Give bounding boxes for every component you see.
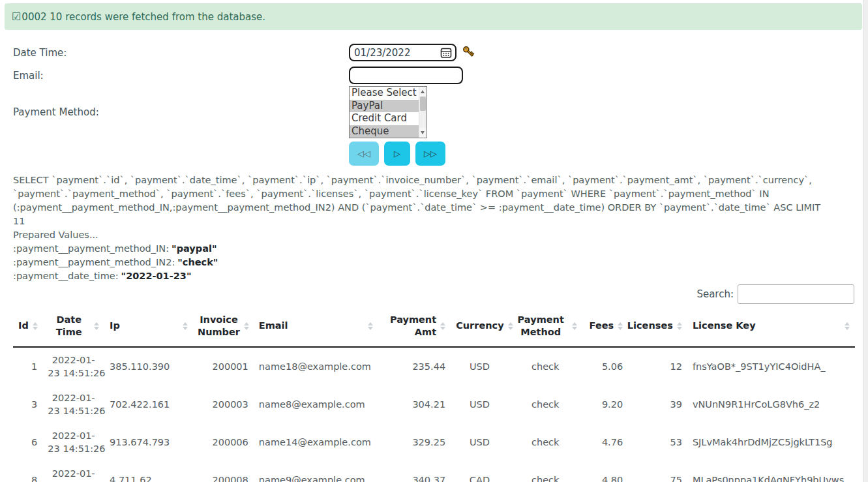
alert-text: 0002 10 records were fetched from the da… (22, 11, 265, 23)
sql-block: SELECT `payment`.`id`, `payment`.`date_t… (13, 173, 828, 283)
column-header-licenses[interactable]: Licenses (628, 310, 687, 347)
cell-licenses: 39 (628, 385, 687, 423)
key-icon[interactable] (461, 45, 475, 61)
prepared-value-3: :payment__date_time:"2022-01-23" (13, 269, 828, 283)
option-paypal[interactable]: PayPal (350, 100, 419, 113)
cell-licenses: 75 (628, 461, 687, 482)
cell-date-time: 2022-01-23 14:51:26 (42, 385, 104, 423)
column-header-currency[interactable]: Currency (451, 310, 509, 347)
sort-icon (244, 322, 249, 330)
scroll-up-icon[interactable] (419, 87, 427, 97)
prepared-values-title: Prepared Values... (13, 228, 828, 242)
cell-id: 8 (13, 461, 42, 482)
column-header-invoice-number[interactable]: Invoice Number (193, 310, 254, 347)
cell-fees: 5.06 (582, 347, 629, 385)
email-row: Email: (0, 67, 868, 84)
cell-license-key: fnsYaOB*_9ST1yYIC4OidHA_ (687, 347, 855, 385)
cell-invoice-number: 200001 (193, 347, 254, 385)
sort-icon (677, 322, 682, 330)
cell-email: name18@example.com (254, 347, 378, 385)
cell-licenses: 12 (628, 347, 687, 385)
option-credit-card[interactable]: Credit Card (350, 112, 419, 125)
column-header-fees[interactable]: Fees (582, 310, 629, 347)
table-row: 1 2022-01-23 14:51:26 385.110.390 200001… (13, 347, 855, 385)
cell-email: name14@example.com (254, 423, 378, 461)
cell-date-time: 2022-01-23 14:51:26 (42, 423, 104, 461)
cell-payment-amt: 329.25 (378, 423, 451, 461)
cell-currency: USD (451, 423, 509, 461)
sort-icon (368, 322, 373, 330)
last-page-button[interactable]: ▷▷ (415, 142, 445, 166)
column-header-date-time[interactable]: Date Time (42, 310, 104, 347)
cell-payment-method: check (509, 461, 582, 482)
prepared-value-1: :payment__payment_method_IN:"paypal" (13, 242, 828, 256)
cell-payment-amt: 304.21 (378, 385, 451, 423)
sort-icon (440, 322, 445, 330)
cell-invoice-number: 200008 (193, 461, 254, 482)
cell-payment-method: check (509, 423, 582, 461)
page-scrollbar[interactable] (863, 0, 868, 482)
sql-query-text: SELECT `payment`.`id`, `payment`.`date_t… (13, 173, 828, 228)
cell-license-key: MLaPs0nppa1KdAqNFYh9bUvws (687, 461, 855, 482)
date-input[interactable] (350, 45, 455, 60)
pagination: ◁◁ ▷ ▷▷ (349, 142, 868, 166)
column-header-id[interactable]: Id (13, 310, 42, 347)
cell-license-key: vNUnN9R1HrCoLG8Vh6_z2 (687, 385, 855, 423)
cell-license-key: SJLvMak4hrDdMjZC5jgkLT1Sg (687, 423, 855, 461)
date-time-row: Date Time: (0, 44, 868, 61)
checkbox-icon: ☑ (12, 10, 21, 23)
email-label: Email: (0, 70, 349, 82)
cell-date-time: 2022-01-23 14:51:26 (42, 347, 104, 385)
column-header-ip[interactable]: Ip (104, 310, 193, 347)
cell-currency: USD (451, 347, 509, 385)
calendar-icon[interactable] (440, 47, 452, 59)
search-row: Search: (0, 284, 854, 304)
alert-banner: ☑ 0002 10 records were fetched from the … (5, 3, 862, 30)
cell-id: 6 (13, 423, 42, 461)
column-header-payment-amt[interactable]: Payment Amt (378, 310, 451, 347)
table-row: 8 2022-01-23 14:51:26 4.711.62 200008 na… (13, 461, 855, 482)
sort-icon (845, 322, 850, 330)
next-page-button[interactable]: ▷ (384, 142, 410, 166)
prepared-value-2: :payment__payment_method_IN2:"check" (13, 256, 828, 269)
sort-icon (94, 322, 99, 330)
sort-icon (618, 322, 623, 330)
table-row: 6 2022-01-23 14:51:26 913.674.793 200006… (13, 423, 855, 461)
cell-payment-method: check (509, 347, 582, 385)
email-input[interactable] (350, 68, 462, 83)
column-header-license-key[interactable]: License Key (687, 310, 855, 347)
payment-method-row: Payment Method: Please Select PayPal Cre… (0, 86, 868, 138)
cell-id: 3 (13, 385, 42, 423)
scroll-down-icon[interactable] (419, 128, 427, 138)
cell-fees: 9.20 (582, 385, 629, 423)
cell-licenses: 53 (628, 423, 687, 461)
cell-email: name8@example.com (254, 385, 378, 423)
cell-invoice-number: 200003 (193, 385, 254, 423)
cell-currency: CAD (451, 461, 509, 482)
listbox-scrollbar[interactable] (419, 87, 427, 138)
payment-method-label: Payment Method: (0, 106, 349, 118)
cell-payment-method: check (509, 385, 582, 423)
cell-invoice-number: 200006 (193, 423, 254, 461)
cell-payment-amt: 340.37 (378, 461, 451, 482)
cell-payment-amt: 235.44 (378, 347, 451, 385)
sort-icon (33, 322, 38, 330)
column-header-payment-method[interactable]: Payment Method (509, 310, 582, 347)
option-cheque[interactable]: Cheque (350, 125, 419, 138)
search-input[interactable] (738, 284, 854, 304)
payment-method-listbox: Please Select PayPal Credit Card Cheque (349, 86, 427, 138)
cell-ip: 913.674.793 (104, 423, 193, 461)
scrollbar-thumb[interactable] (420, 97, 426, 111)
cell-id: 1 (13, 347, 42, 385)
email-input-box (349, 67, 463, 84)
first-page-button[interactable]: ◁◁ (349, 142, 379, 166)
option-please-select[interactable]: Please Select (350, 87, 419, 100)
filter-form: Date Time: (0, 44, 868, 166)
cell-ip: 4.711.62 (104, 461, 193, 482)
date-input-box (349, 44, 456, 61)
cell-fees: 4.80 (582, 461, 629, 482)
cell-ip: 702.422.161 (104, 385, 193, 423)
search-label: Search: (696, 288, 734, 300)
payments-table: Id Date Time Ip Invoice Number Email Pay… (13, 310, 855, 482)
column-header-email[interactable]: Email (254, 310, 378, 347)
